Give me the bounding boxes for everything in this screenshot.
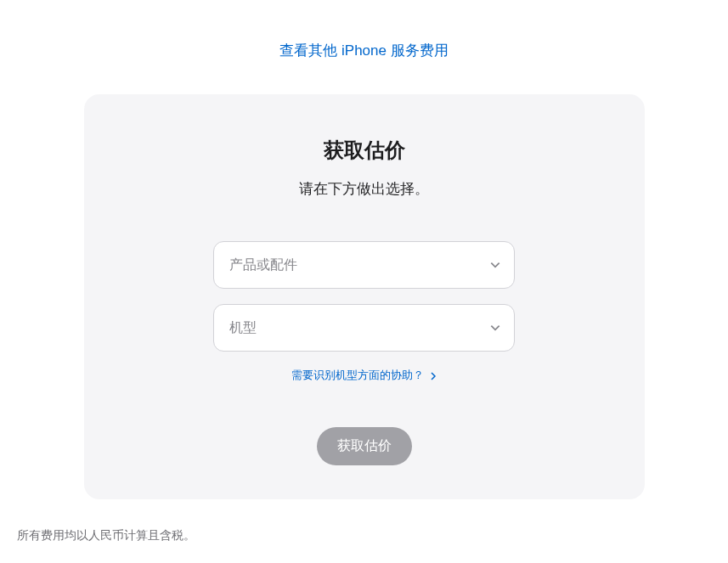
product-select[interactable]: 产品或配件 <box>213 241 515 289</box>
help-link-label: 需要识别机型方面的协助？ <box>291 369 424 381</box>
model-select-placeholder: 机型 <box>229 319 257 337</box>
card-title: 获取估价 <box>118 137 611 164</box>
other-services-link[interactable]: 查看其他 iPhone 服务费用 <box>279 42 448 59</box>
model-select[interactable]: 机型 <box>213 304 515 352</box>
identify-model-help-link[interactable]: 需要识别机型方面的协助？ <box>291 369 437 381</box>
chevron-right-icon <box>430 372 437 380</box>
product-select-placeholder: 产品或配件 <box>229 256 297 274</box>
footer-disclaimer-2: 截至 2023 年 2 月底，保外电池服务的费用都将按照当前的价格收取。从 20… <box>17 560 711 563</box>
footer-disclaimer-1: 所有费用均以人民币计算且含税。 <box>17 526 711 545</box>
get-estimate-button[interactable]: 获取估价 <box>317 427 412 465</box>
estimate-card: 获取估价 请在下方做出选择。 产品或配件 机型 需要识别机型方面的协助？ <box>84 94 645 499</box>
card-subtitle: 请在下方做出选择。 <box>118 179 611 199</box>
